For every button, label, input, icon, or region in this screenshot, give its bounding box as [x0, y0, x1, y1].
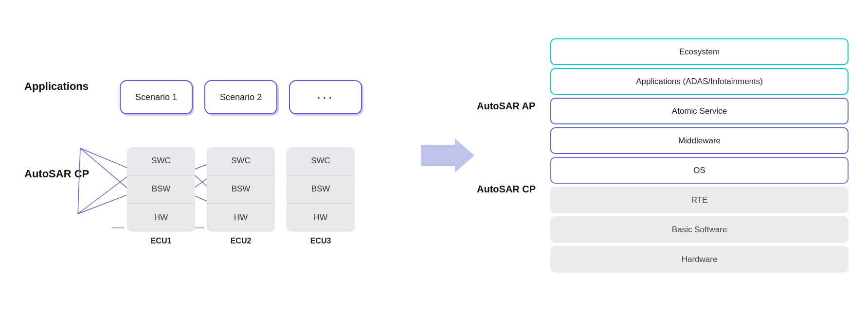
ecu2-stack: SWC BSW HW [207, 147, 275, 232]
scenario-dots-box: ··· [289, 80, 362, 114]
ecu3-swc: SWC [287, 147, 355, 175]
right-labels: AutoSAR AP AutoSAR CP [477, 38, 536, 195]
ecu1-col: SWC BSW HW ECU1 [127, 147, 195, 245]
ecu2-bsw: BSW [207, 175, 275, 204]
svg-marker-11 [421, 138, 474, 173]
left-section: Applications AutoSAR CP Scenario 1 Scena… [19, 66, 418, 245]
ecu3-col: SWC BSW HW ECU3 [287, 147, 355, 245]
ecu3-label: ECU3 [310, 237, 331, 245]
ecu1-label: ECU1 [151, 237, 172, 245]
ecu1-swc: SWC [127, 147, 195, 175]
scenarios-row: Scenario 1 Scenario 2 ··· [81, 80, 362, 114]
right-section: AutoSAR AP AutoSAR CP Ecosystem Applicat… [477, 38, 849, 273]
autosar-ap-label: AutoSAR AP [477, 101, 536, 112]
layer-basic-software: Basic Software [550, 216, 849, 243]
scenario-2-box: Scenario 2 [204, 80, 277, 114]
ecu3-bsw: BSW [287, 175, 355, 204]
ecu2-col: SWC BSW HW ECU2 [207, 147, 275, 245]
svg-line-0 [78, 148, 80, 214]
main-container: Applications AutoSAR CP Scenario 1 Scena… [0, 0, 868, 311]
autosar-cp-right-label: AutoSAR CP [477, 184, 536, 195]
ecu3-hw: HW [287, 204, 355, 232]
layer-ecosystem: Ecosystem [550, 38, 849, 65]
ecu2-swc: SWC [207, 147, 275, 175]
ecus-area: SWC BSW HW ECU1 SWC BSW HW ECU2 [88, 147, 355, 245]
layer-os: OS [550, 157, 849, 184]
layer-atomic-service: Atomic Service [550, 98, 849, 124]
layer-applications: Applications (ADAS/Infotainments) [550, 68, 849, 95]
ecu1-bsw: BSW [127, 175, 195, 204]
right-arrow-icon [421, 136, 474, 175]
scenario-1-box: Scenario 1 [120, 80, 193, 114]
ecu1-stack: SWC BSW HW [127, 147, 195, 232]
layer-rte: RTE [550, 187, 849, 213]
layer-hardware: Hardware [550, 246, 849, 273]
scenario-dots-label: ··· [317, 89, 334, 105]
layer-middleware: Middleware [550, 127, 849, 154]
ecu2-label: ECU2 [231, 237, 252, 245]
ecu3-stack: SWC BSW HW [287, 147, 355, 232]
diagram-area: Scenario 1 Scenario 2 ··· [24, 66, 418, 245]
scenario-1-label: Scenario 1 [135, 92, 177, 103]
scenario-2-label: Scenario 2 [220, 92, 262, 103]
ecu2-hw: HW [207, 204, 275, 232]
right-stack: Ecosystem Applications (ADAS/Infotainmen… [550, 38, 849, 273]
arrow-section [418, 136, 477, 175]
ecu1-hw: HW [127, 204, 195, 232]
